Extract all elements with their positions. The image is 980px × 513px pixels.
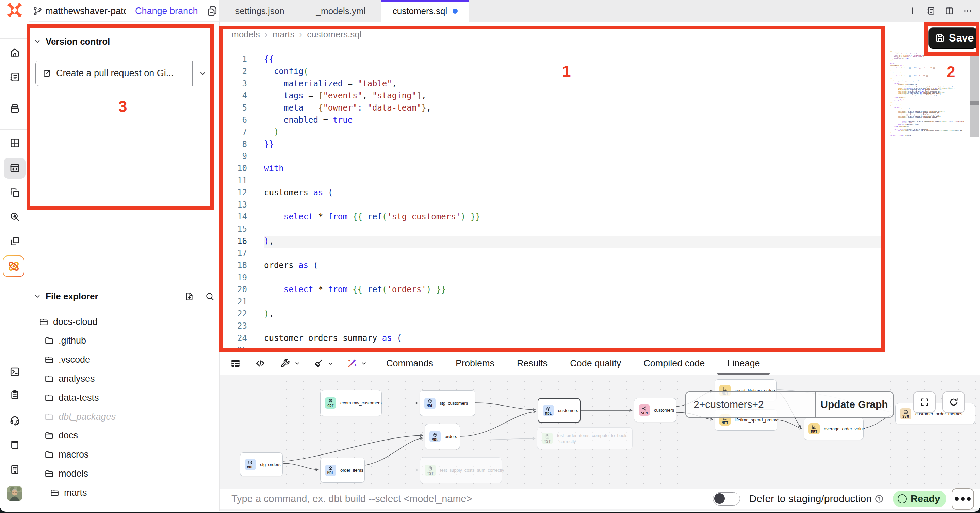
line-source: }}	[264, 138, 274, 151]
chevron-down-icon[interactable]	[294, 360, 301, 367]
tree-item-models[interactable]: models	[44, 464, 88, 483]
line-source: with	[264, 163, 284, 175]
rail-item-search-insights[interactable]	[0, 211, 29, 222]
command-input[interactable]: Type a command, ex. dbt build --select <…	[231, 493, 472, 505]
lineage-node-stg-customers[interactable]: MDLstg_customers	[420, 390, 476, 416]
top-actions	[908, 0, 972, 22]
tree-item-marts[interactable]: marts	[50, 483, 87, 502]
file-explorer-header[interactable]: File explorer	[34, 287, 215, 306]
tree-item-docs[interactable]: docs	[44, 426, 78, 445]
lineage-node-customers-model[interactable]: MDLcustomers	[538, 398, 581, 423]
branch-area: matthewshaver-patc Change branch	[29, 0, 220, 22]
update-graph-button[interactable]: Update Graph	[815, 392, 893, 417]
search-files-button[interactable]	[205, 292, 215, 302]
tree-item-data-tests[interactable]: data-tests	[44, 388, 99, 407]
tree-item-analyses[interactable]: analyses	[44, 369, 95, 388]
panel-tab-results[interactable]: Results	[506, 352, 559, 375]
panel-tab-commands[interactable]: Commands	[375, 352, 444, 375]
code-editor[interactable]: models›marts›customers.sql 1{{2 config(3…	[220, 22, 980, 352]
line-number: 16	[220, 235, 247, 248]
lineage-node-customers-semantic[interactable]: SEMcustomers	[634, 398, 676, 422]
tree-item-macros[interactable]: macros	[44, 445, 89, 464]
lineage-selector-input[interactable]: 2+customers+2	[686, 392, 815, 417]
user-avatar[interactable]	[7, 486, 22, 501]
rail-item-code-editor[interactable]	[0, 163, 29, 174]
new-tab-button[interactable]	[908, 6, 917, 16]
code-view-button[interactable]	[255, 358, 266, 369]
rail-item-layout-grid[interactable]	[0, 137, 29, 149]
rail-item-select-copy[interactable]	[0, 187, 29, 199]
line-number: 21	[220, 296, 247, 308]
more-options-button[interactable]	[952, 488, 974, 510]
lineage-node-ecom-raw-customers[interactable]: SRCecom.raw_customers	[320, 390, 382, 416]
rail-item-organization[interactable]	[0, 464, 29, 475]
cube-icon	[427, 399, 433, 404]
panel-tab-compiled-code[interactable]: Compiled code	[632, 352, 716, 375]
save-label: Save	[949, 32, 974, 44]
preview-results-button[interactable]	[230, 358, 241, 369]
minimap-line: on customers.customer_id = customer_orde…	[890, 130, 962, 131]
build-tools-button[interactable]	[280, 358, 291, 369]
rail-item-clipboard[interactable]	[0, 389, 29, 400]
rail-item-archive[interactable]	[0, 103, 29, 114]
tab-label: customers.sql	[393, 6, 447, 16]
rail-item-dbt-copilot[interactable]	[3, 256, 24, 277]
tree-item-dbt-packages[interactable]: dbt_packages	[44, 407, 116, 426]
format-button[interactable]	[313, 358, 324, 369]
copy-branch-icon[interactable]	[207, 5, 218, 17]
editor-scrollbar[interactable]	[970, 54, 978, 137]
help-icon[interactable]	[874, 494, 884, 504]
refresh-button[interactable]	[942, 391, 965, 413]
code-line-24: 24customer_orders_summary as (	[220, 332, 980, 345]
tree-item--github[interactable]: .github	[44, 331, 86, 350]
tree-item-label: .vscode	[59, 354, 90, 365]
chevron-down-icon[interactable]	[327, 360, 334, 367]
rail-item-windows[interactable]	[0, 236, 29, 247]
change-branch-link[interactable]: Change branch	[135, 6, 198, 16]
split-editor-button[interactable]	[945, 6, 954, 16]
fullscreen-button[interactable]	[913, 391, 936, 413]
tab-settings-json[interactable]: settings.json	[220, 0, 301, 22]
rail-item-docs-book[interactable]	[0, 439, 29, 450]
terminal-icon	[9, 366, 21, 377]
panel-tab-code-quality[interactable]: Code quality	[559, 352, 632, 375]
panel-tab-problems[interactable]: Problems	[444, 352, 506, 375]
book-icon	[9, 439, 21, 450]
save-button[interactable]: Save	[928, 27, 977, 49]
rail-divider	[0, 129, 29, 130]
lineage-node-orders-model[interactable]: MDLorders	[425, 424, 460, 449]
tab--models-yml[interactable]: _models.yml	[301, 0, 382, 22]
notebook-button[interactable]	[926, 6, 936, 16]
tree-item-label: .github	[59, 335, 86, 346]
more-options-button[interactable]	[963, 6, 972, 16]
lineage-node-stg-orders[interactable]: MDLstg_orders	[240, 453, 283, 476]
lineage-node-test-supply-costs[interactable]: TSTtest_supply_costs_sum_correctly	[420, 457, 502, 483]
lineage-node-average-order-value[interactable]: METaverage_order_value	[804, 418, 864, 440]
bottom-panel-tabs: CommandsProblemsResultsCode qualityCompi…	[375, 352, 771, 375]
code-area[interactable]: 1{{2 config(3 materialized = "table",4 t…	[220, 41, 980, 352]
rail-item-notebook[interactable]	[0, 71, 29, 83]
copilot-button[interactable]	[347, 358, 357, 369]
line-number: 22	[220, 308, 247, 320]
panel-tab-lineage[interactable]: Lineage	[716, 352, 771, 375]
pull-request-options-caret[interactable]	[192, 61, 213, 86]
chevron-down-icon[interactable]	[361, 360, 367, 367]
tab-customers-sql[interactable]: customers.sql	[382, 0, 469, 22]
rail-item-terminal[interactable]	[0, 366, 29, 377]
rail-item-home[interactable]	[0, 47, 29, 58]
rail-item-support-headset[interactable]	[0, 415, 29, 426]
code-icon	[255, 358, 266, 369]
minimap[interactable]: {{ config( materialized = "table", tags …	[890, 51, 963, 140]
create-pull-request-button[interactable]: Create a pull request on Gi...	[35, 60, 213, 86]
line-number: 9	[220, 150, 247, 163]
tree-item--vscode[interactable]: .vscode	[44, 350, 90, 369]
create-pull-request-main[interactable]: Create a pull request on Gi...	[36, 61, 192, 86]
lineage-node-test-order-items[interactable]: TSTtest_order_items_compute_to_bools_cor…	[537, 427, 633, 449]
node-type-label: TST	[427, 472, 434, 475]
rail-item-dbt-logo[interactable]	[0, 2, 29, 19]
defer-toggle[interactable]	[713, 492, 740, 505]
version-control-header[interactable]: Version control	[34, 31, 220, 52]
tree-item-docs-cloud[interactable]: docs-cloud	[39, 312, 98, 331]
lineage-node-order-items[interactable]: MDLorder_items	[320, 457, 365, 483]
new-file-button[interactable]	[185, 292, 194, 302]
